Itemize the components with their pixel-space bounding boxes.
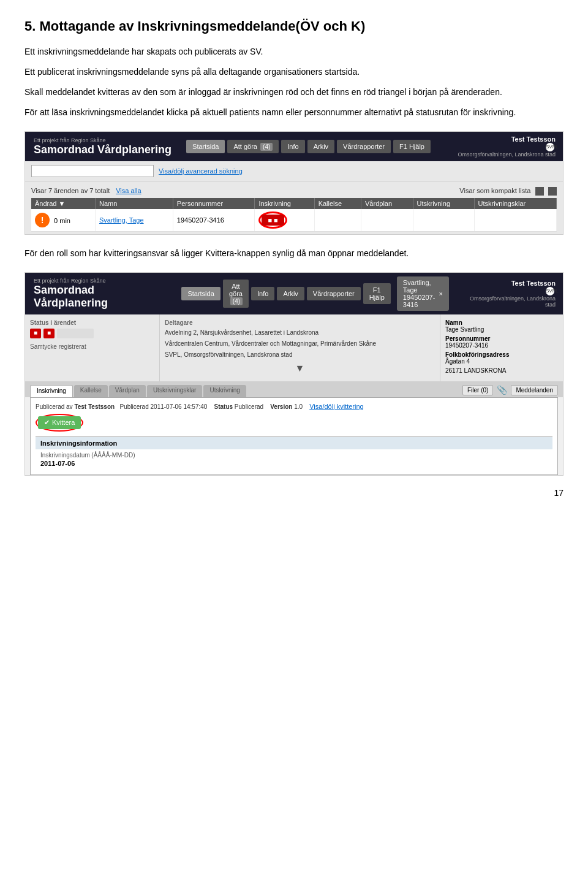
warning-icon-1: ! (35, 213, 50, 227)
published-by: Test Testsson (74, 403, 115, 410)
logo-area-2: Ett projekt från Region Skåne Samordnad … (25, 273, 175, 314)
tab-kallelse[interactable]: Kallelse (74, 385, 108, 397)
nav-arkiv-2[interactable]: Arkiv (277, 287, 304, 300)
nav-startsida-2[interactable]: Startsida (181, 287, 220, 300)
status-red-btn-1: ■ (30, 329, 41, 338)
table-info-text-1: Visar 7 ärenden av 7 totalt (31, 187, 110, 194)
inskrivning-date-label: Inskrivningsdatum (ÅÅÅÅ-MM-DD) (36, 449, 552, 459)
published-date: 2011-07-06 14:57:40 (151, 403, 208, 410)
nav-att-gora-2[interactable]: Att göra (4) (223, 280, 249, 308)
grid-icon-1 (548, 187, 557, 196)
patient-tab[interactable]: Svartling, Tage 19450207-3416 × (397, 276, 449, 311)
kvittera-circle: ✔ Kvittera (36, 414, 83, 432)
kvittera-button[interactable]: ✔ Kvittera (38, 416, 81, 429)
nav-info-2[interactable]: Info (251, 287, 274, 300)
nav-hjalp-1[interactable]: F1 Hjälp (393, 140, 431, 153)
tab-content-inskrivning: Publicerad av Test Testsson Publicerad 2… (30, 397, 558, 475)
col-utskrivningsklar[interactable]: Utskrivningsklar (474, 198, 556, 209)
pnr-value: 19450207-3416 (445, 342, 558, 349)
visa-dolj-link[interactable]: Visa/dölj kvittering (309, 403, 363, 410)
filer-button[interactable]: Filer (0) (462, 385, 493, 395)
nav-2: Startsida Att göra (4) Info Arkiv Vårdra… (175, 273, 453, 314)
nav-info-1[interactable]: Info (281, 140, 304, 153)
nav-vardrapporter-2[interactable]: Vårdrapporter (307, 287, 361, 300)
status-red-btn-2: ■ (43, 329, 55, 338)
page-number: 17 (24, 488, 564, 498)
nav-vardrapporter-1[interactable]: Vårdrapporter (337, 140, 391, 153)
attachment-icon: 📎 (497, 385, 507, 395)
logo-area-1: Ett projekt från Region Skåne Samordnad … (25, 132, 180, 161)
col-vardplan[interactable]: Vårdplan (361, 198, 413, 209)
meddelanden-button[interactable]: Meddelanden (511, 385, 558, 395)
table-area-1: Visar 7 ärenden av 7 totalt Visa alla Vi… (25, 181, 563, 234)
detail-tabs-row: Inskrivning Kallelse Vårdplan Utskrivnin… (25, 381, 563, 397)
inskrivning-highlight[interactable]: ■ ■ (258, 211, 287, 229)
status-section-header: Status i ärendet (30, 319, 154, 326)
visa-alla-link-1[interactable]: Visa alla (116, 187, 141, 194)
cell-namn[interactable]: Svartling, Tage (95, 209, 173, 232)
nav-hjalp-2[interactable]: F1 Hjälp (363, 283, 391, 304)
col-utskrivning[interactable]: Utskrivning (413, 198, 474, 209)
published-label: Publicerad av (36, 403, 73, 410)
inskrivning-info-header: Inskrivningsinformation (36, 436, 552, 449)
detail-content: Status i ärendet ■ ■ Samtycke registrera… (25, 314, 563, 381)
nav-arkiv-1[interactable]: Arkiv (307, 140, 334, 153)
paragraph-5: För den roll som har kvitteringsansvar s… (24, 247, 564, 260)
folkbokf-address: Ågatan 4 (445, 358, 558, 365)
page-title: 5. Mottagande av Inskrivningsmeddelande(… (24, 18, 564, 34)
detail-right-panel: Namn Tage Svartling Personnummer 1945020… (440, 314, 563, 381)
advanced-search-link-1[interactable]: Visa/dölj avancerad sökning (159, 167, 243, 175)
expand-icon[interactable]: ▼ (295, 363, 305, 373)
status-value: Publicerad (235, 403, 263, 410)
consent-text: Samtycke registrerat (30, 343, 154, 350)
patient-tab-label: Svartling, Tage 19450207-3416 (403, 279, 435, 308)
col-inskrivning[interactable]: Inskrivning (255, 198, 314, 209)
status-label2: Status (214, 403, 233, 410)
folkbokf-header: Folkbokföringsadress (445, 351, 558, 358)
deltagare-org-2: Vårdcentralen Centrum, Vårdcentraler och… (165, 340, 435, 348)
list-icon-1 (535, 187, 544, 196)
inskrivning-btn-1[interactable]: ■ ■ (262, 215, 284, 226)
col-kallelse[interactable]: Kallelse (314, 198, 361, 209)
app-header-2: Ett projekt från Region Skåne Samordnad … (25, 273, 563, 314)
table-row[interactable]: ! 0 min Svartling, Tage 19450207-3416 ■ … (31, 209, 557, 232)
screenshot-2: Ett projekt från Region Skåne Samordnad … (24, 272, 564, 476)
tab-utskrivning[interactable]: Utskrivning (203, 385, 246, 397)
search-area-1: Visa/dölj avancerad sökning (25, 161, 563, 181)
deltagare-org-3: SVPL, Omsorgsförvaltningen, Landskrona s… (165, 351, 435, 359)
tab-inskrivning[interactable]: Inskrivning (30, 385, 73, 397)
kompakt-text-1: Visar som kompakt lista (459, 187, 530, 194)
screenshot-1: Ett projekt från Region Skåne Samordnad … (24, 131, 564, 235)
namn-header: Namn (445, 319, 558, 326)
inskrivning-date-value: 2011-07-06 (36, 459, 552, 470)
tab-vardplan[interactable]: Vårdplan (109, 385, 146, 397)
col-pnr[interactable]: Personnummer (173, 198, 255, 209)
paragraph-4: För att läsa inskrivningsmeddelandet kli… (24, 106, 564, 119)
cases-table-1: Ändrad ▼ Namn Personnummer Inskrivning K… (31, 198, 557, 232)
logo-sub-1: Ett projekt från Region Skåne (34, 137, 172, 143)
cell-pnr: 19450207-3416 (173, 209, 255, 232)
app-header-1: Ett projekt från Region Skåne Samordnad … (25, 132, 563, 161)
nav-startsida-1[interactable]: Startsida (186, 140, 225, 153)
status-bar (57, 329, 94, 338)
namn-value: Tage Svartling (445, 326, 558, 333)
cell-inskrivning[interactable]: ■ ■ (255, 209, 314, 232)
tab-utskrivningsklar[interactable]: Utskrivningsklar (147, 385, 203, 397)
nav-1: Startsida Att göra (4) Info Arkiv Vårdra… (180, 132, 450, 161)
tab-close-icon[interactable]: × (439, 290, 442, 297)
folkbokf-city: 26171 LANDSKRONA (445, 367, 558, 374)
cell-andrad: ! 0 min (31, 209, 95, 232)
search-input-1[interactable] (31, 165, 154, 177)
table-info-row-1: Visar 7 ärenden av 7 totalt Visa alla Vi… (31, 184, 557, 198)
col-andrad[interactable]: Ändrad ▼ (31, 198, 95, 209)
paragraph-2: Ett publicerat inskrivningsmeddelande sy… (24, 66, 564, 78)
col-namn[interactable]: Namn (95, 198, 173, 209)
published-row: Publicerad av Test Testsson Publicerad 2… (36, 403, 552, 410)
pnr-header: Personnummer (445, 335, 558, 342)
nav-att-gora-1[interactable]: Att göra (4) (227, 140, 279, 153)
table-header-row-1: Ändrad ▼ Namn Personnummer Inskrivning K… (31, 198, 557, 209)
detail-center-panel: Deltagare Avdelning 2, Närsjukvårdsenhet… (160, 314, 440, 381)
logo-sub-2: Ett projekt från Region Skåne (34, 278, 167, 284)
user-area-1: Test Testsson SVPL Omsorgsförvaltningen,… (450, 132, 563, 161)
cell-vardplan (361, 209, 413, 232)
